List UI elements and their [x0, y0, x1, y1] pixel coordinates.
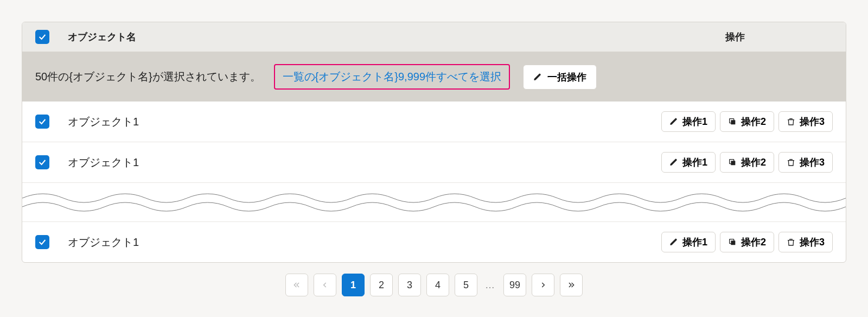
- copy-icon: [728, 117, 737, 126]
- action-2-button[interactable]: 操作2: [720, 111, 774, 132]
- chevron-right-icon: [539, 281, 547, 289]
- page-number-button[interactable]: 99: [503, 274, 526, 296]
- svg-rect-2: [731, 161, 735, 165]
- action-2-button[interactable]: 操作2: [720, 232, 774, 252]
- row-checkbox[interactable]: [35, 115, 49, 129]
- row-checkbox[interactable]: [35, 235, 49, 249]
- trash-icon: [787, 158, 795, 167]
- row-checkbox[interactable]: [35, 155, 49, 169]
- data-table: オブジェクト名 操作 50件の{オブジェクト名}が選択されています。 一覧の{オ…: [22, 22, 846, 263]
- chevron-left-icon: [321, 281, 329, 289]
- chevron-double-left-icon: [293, 281, 301, 289]
- table-header: オブジェクト名 操作: [22, 22, 846, 52]
- select-all-checkbox[interactable]: [35, 30, 49, 44]
- action-3-button[interactable]: 操作3: [778, 111, 833, 132]
- selection-bar: 50件の{オブジェクト名}が選択されています。 一覧の{オブジェクト名}9,99…: [22, 52, 846, 102]
- action-1-button[interactable]: 操作1: [661, 152, 716, 173]
- copy-icon: [728, 238, 737, 246]
- prev-page-button[interactable]: [314, 274, 336, 296]
- table-row: オブジェクト1 操作1 操作2 操作3: [22, 102, 846, 142]
- bulk-action-label: 一括操作: [547, 71, 586, 84]
- page-number-button[interactable]: 1: [342, 274, 365, 296]
- wave-icon: [22, 183, 846, 222]
- action-3-button[interactable]: 操作3: [778, 152, 833, 173]
- check-icon: [38, 158, 47, 167]
- check-icon: [38, 117, 47, 126]
- row-name: オブジェクト1: [68, 235, 637, 250]
- pencil-icon: [533, 73, 542, 81]
- trash-icon: [787, 117, 795, 126]
- row-name: オブジェクト1: [68, 155, 637, 170]
- table-row: オブジェクト1 操作1 操作2 操作3: [22, 142, 846, 183]
- table-row: オブジェクト1 操作1 操作2 操作3: [22, 222, 846, 262]
- check-icon: [38, 238, 47, 246]
- svg-rect-4: [731, 240, 735, 245]
- pagination: 1 2 3 4 5 … 99: [22, 263, 846, 296]
- pencil-icon: [669, 158, 678, 167]
- svg-rect-0: [731, 120, 735, 124]
- action-1-button[interactable]: 操作1: [661, 111, 716, 132]
- copy-icon: [728, 158, 737, 167]
- bulk-action-button[interactable]: 一括操作: [523, 65, 597, 90]
- check-icon: [38, 33, 47, 41]
- pencil-icon: [669, 117, 678, 126]
- column-header-name: オブジェクト名: [68, 30, 637, 43]
- trash-icon: [787, 238, 795, 246]
- action-1-button[interactable]: 操作1: [661, 232, 716, 252]
- select-all-in-list-button[interactable]: 一覧の{オブジェクト名}9,999件すべてを選択: [274, 64, 510, 90]
- column-header-ops: 操作: [637, 30, 833, 43]
- action-3-button[interactable]: 操作3: [778, 232, 833, 252]
- action-2-button[interactable]: 操作2: [720, 152, 774, 173]
- page-number-button[interactable]: 5: [455, 274, 477, 296]
- page-number-button[interactable]: 4: [426, 274, 449, 296]
- pencil-icon: [669, 238, 678, 246]
- chevron-double-right-icon: [567, 281, 575, 289]
- page-number-button[interactable]: 2: [370, 274, 393, 296]
- first-page-button[interactable]: [285, 274, 308, 296]
- selection-status-text: 50件の{オブジェクト名}が選択されています。: [35, 69, 261, 84]
- rows-truncated-indicator: [22, 183, 846, 222]
- next-page-button[interactable]: [532, 274, 554, 296]
- last-page-button[interactable]: [560, 274, 583, 296]
- row-name: オブジェクト1: [68, 115, 637, 129]
- page-number-button[interactable]: 3: [398, 274, 421, 296]
- page-ellipsis: …: [483, 280, 498, 291]
